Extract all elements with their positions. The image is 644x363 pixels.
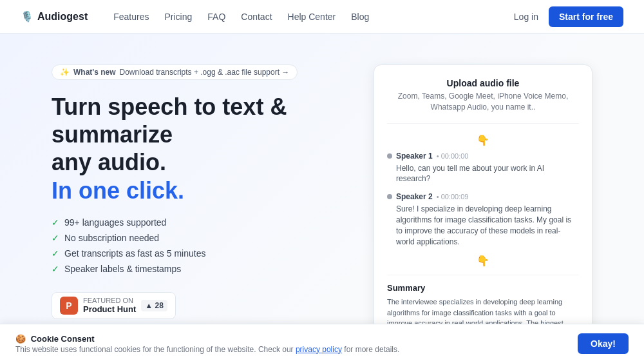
ph-label: FEATURED ON <box>83 297 136 304</box>
speaker1-name: Speaker 1 <box>396 152 433 161</box>
cookie-content: 🍪 Cookie Consent This website uses funct… <box>15 334 399 354</box>
demo-upload-sub: Zoom, Teams, Google Meet, iPhone Voice M… <box>387 91 579 113</box>
cookie-title-text: Cookie Consent <box>31 334 95 344</box>
start-free-button[interactable]: Start for free <box>549 6 623 27</box>
speaker2-dot <box>387 194 392 199</box>
speaker2-name: Speaker 2 <box>396 192 433 201</box>
nav-faq[interactable]: FAQ <box>207 12 225 22</box>
feature-item-2: ✓ No subscription needed <box>52 233 348 243</box>
check-icon-4: ✓ <box>52 264 59 274</box>
ph-info: FEATURED ON Product Hunt <box>83 297 136 314</box>
cookie-banner: 🍪 Cookie Consent This website uses funct… <box>0 324 644 363</box>
check-icon-2: ✓ <box>52 233 59 243</box>
logo[interactable]: 🎙️ Audiogest <box>21 10 88 23</box>
product-hunt-badge[interactable]: P FEATURED ON Product Hunt ▲ 28 <box>52 292 176 319</box>
cookie-text-after: for more details. <box>344 345 399 354</box>
badge-new: What's new <box>73 68 116 77</box>
hero-section: ✨ What's new Download transcripts + .ogg… <box>0 34 644 363</box>
navbar: 🎙️ Audiogest Features Pricing FAQ Contac… <box>0 0 644 34</box>
nav-help-center[interactable]: Help Center <box>288 12 336 22</box>
login-button[interactable]: Log in <box>514 12 538 22</box>
nav-features[interactable]: Features <box>113 12 149 22</box>
feature-text-4: Speaker labels & timestamps <box>64 264 181 274</box>
nav-links: Features Pricing FAQ Contact Help Center… <box>113 12 514 22</box>
speaker2-line: Speaker 2 • 00:00:09 <box>387 192 579 201</box>
ph-arrow: ▲ <box>145 301 153 310</box>
demo-card: Upload audio file Zoom, Teams, Google Me… <box>374 64 592 363</box>
hero-left: ✨ What's new Download transcripts + .ogg… <box>52 64 348 319</box>
cookie-okay-button[interactable]: Okay! <box>578 333 629 354</box>
privacy-policy-link[interactable]: privacy policy <box>296 345 342 354</box>
speaker2-time: • 00:00:09 <box>437 193 469 201</box>
speaker2-block: Speaker 2 • 00:00:09 Sure! I specialize … <box>387 192 579 247</box>
hand-emoji-2: 👇 <box>387 255 579 267</box>
logo-icon: 🎙️ <box>21 10 33 23</box>
speaker1-line: Speaker 1 • 00:00:00 <box>387 152 579 161</box>
feature-text-3: Get transcripts as fast as 5 minutes <box>64 248 205 259</box>
feature-text-2: No subscription needed <box>64 233 159 243</box>
feature-text-1: 99+ languages supported <box>64 217 166 228</box>
hero-title-line1: Turn speech to text & summarize <box>52 93 287 148</box>
ph-count: ▲ 28 <box>141 300 167 311</box>
speaker2-text: Sure! I specialize in developing deep le… <box>387 204 579 247</box>
nav-pricing[interactable]: Pricing <box>164 12 192 22</box>
hand-emoji-1: 👇 <box>387 134 579 146</box>
hero-features: ✓ 99+ languages supported ✓ No subscript… <box>52 217 348 274</box>
speaker1-time: • 00:00:00 <box>437 152 469 160</box>
check-icon-1: ✓ <box>52 217 59 228</box>
cookie-title: 🍪 Cookie Consent <box>15 334 399 344</box>
demo-upload-section: Upload audio file Zoom, Teams, Google Me… <box>387 78 579 124</box>
feature-item-1: ✓ 99+ languages supported <box>52 217 348 228</box>
hero-title-blue: In one click. <box>52 177 184 204</box>
hero-title: Turn speech to text & summarize any audi… <box>52 93 348 204</box>
cookie-emoji: 🍪 <box>15 334 26 344</box>
ph-number: 28 <box>155 301 164 310</box>
ph-product-name: Product Hunt <box>83 304 136 314</box>
nav-contact[interactable]: Contact <box>241 12 272 22</box>
hero-badge[interactable]: ✨ What's new Download transcripts + .ogg… <box>52 64 298 80</box>
check-icon-3: ✓ <box>52 248 59 259</box>
speaker1-block: Speaker 1 • 00:00:00 Hello, can you tell… <box>387 152 579 185</box>
nav-actions: Log in Start for free <box>514 6 623 27</box>
demo-upload-title: Upload audio file <box>387 78 579 88</box>
feature-item-3: ✓ Get transcripts as fast as 5 minutes <box>52 248 348 259</box>
logo-text: Audiogest <box>37 11 88 23</box>
badge-detail: Download transcripts + .ogg & .aac file … <box>120 68 290 77</box>
cookie-text-start: This website uses functional cookies for… <box>15 345 294 354</box>
summary-title: Summary <box>387 283 579 293</box>
feature-item-4: ✓ Speaker labels & timestamps <box>52 264 348 274</box>
nav-blog[interactable]: Blog <box>351 12 369 22</box>
ph-logo: P <box>60 297 78 315</box>
cookie-text: This website uses functional cookies for… <box>15 345 399 354</box>
speaker1-text: Hello, can you tell me about your work i… <box>387 163 579 185</box>
speaker1-dot <box>387 153 392 159</box>
badge-emoji: ✨ <box>60 68 70 77</box>
hero-title-line2: any audio. <box>52 149 166 175</box>
